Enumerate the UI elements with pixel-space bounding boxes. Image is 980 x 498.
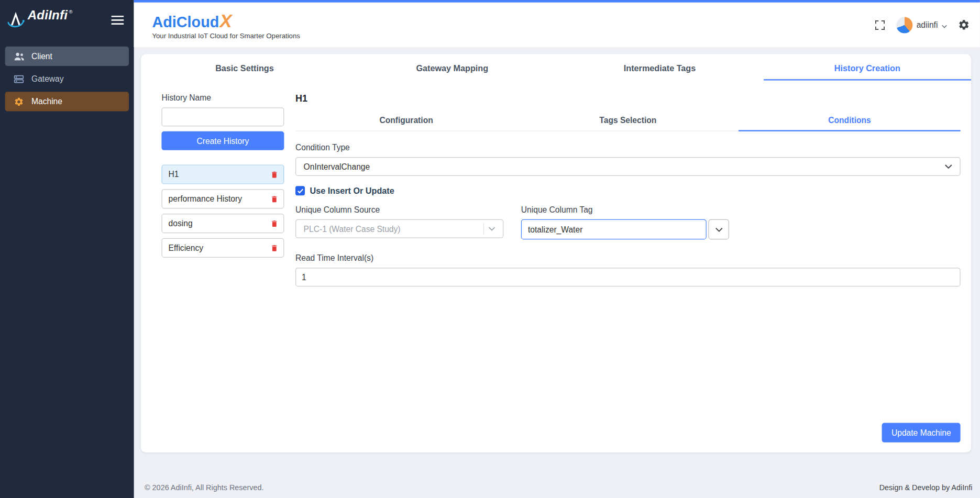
topbar-right: adiinfi bbox=[874, 17, 970, 33]
sidebar-item-client[interactable]: Client bbox=[5, 47, 129, 66]
subtab-conditions[interactable]: Conditions bbox=[739, 110, 960, 131]
adiinfi-logo-icon bbox=[5, 8, 27, 32]
condition-type-value: OnIntervalChange bbox=[304, 162, 370, 171]
delete-history-icon[interactable] bbox=[270, 194, 279, 203]
history-detail-title: H1 bbox=[295, 93, 961, 104]
user-menu[interactable]: adiinfi bbox=[896, 17, 947, 33]
history-name-label: History Name bbox=[161, 93, 284, 103]
card-actions: Update Machine bbox=[141, 423, 971, 452]
app-root: AdiInfi ® Client bbox=[0, 0, 980, 498]
delete-history-icon[interactable] bbox=[270, 170, 279, 179]
delete-history-icon[interactable] bbox=[270, 219, 279, 228]
use-insert-label: Use Insert Or Update bbox=[310, 186, 394, 195]
unique-column-tag-label: Unique Column Tag bbox=[521, 205, 729, 214]
unique-column-source-value: PLC-1 (Water Case Study) bbox=[304, 224, 401, 234]
history-item-name: dosing bbox=[169, 219, 193, 228]
users-icon bbox=[13, 52, 25, 61]
gateway-icon bbox=[13, 74, 25, 83]
sidebar-item-label: Client bbox=[31, 51, 52, 61]
update-machine-button[interactable]: Update Machine bbox=[882, 423, 961, 442]
condition-type-select[interactable]: OnIntervalChange bbox=[295, 157, 961, 176]
fullscreen-icon[interactable] bbox=[874, 19, 886, 31]
main-tabs: Basic Settings Gateway Mapping Intermedi… bbox=[141, 54, 971, 80]
hamburger-menu-icon[interactable] bbox=[111, 15, 124, 25]
history-item-name: H1 bbox=[169, 170, 179, 179]
adiinfi-logo: AdiInfi ® bbox=[5, 8, 73, 32]
settings-gear-icon[interactable] bbox=[958, 19, 970, 31]
page-footer: © 2026 AdiInfi, All Rights Reserved. Des… bbox=[134, 473, 980, 498]
use-insert-checkbox[interactable] bbox=[295, 186, 305, 195]
history-item-name: performance History bbox=[169, 194, 242, 204]
chevron-down-icon bbox=[488, 227, 495, 231]
machine-config-card: Basic Settings Gateway Mapping Intermedi… bbox=[141, 54, 971, 452]
brand-tagline: Your Industrial IoT Cloud for Smarter Op… bbox=[152, 32, 300, 39]
content-area: Basic Settings Gateway Mapping Intermedi… bbox=[134, 47, 980, 473]
history-item-efficiency[interactable]: Efficiency bbox=[161, 238, 284, 258]
tab-gateway-mapping[interactable]: Gateway Mapping bbox=[348, 56, 556, 81]
unique-column-tag-group: totalizer_Water bbox=[521, 219, 729, 239]
username: adiinfi bbox=[917, 20, 938, 29]
history-item-dosing[interactable]: dosing bbox=[161, 214, 284, 233]
detail-subtabs: Configuration Tags Selection Conditions bbox=[295, 110, 961, 131]
use-insert-or-update-row[interactable]: Use Insert Or Update bbox=[295, 186, 961, 195]
tab-history-creation[interactable]: History Creation bbox=[764, 56, 971, 81]
select-divider bbox=[483, 223, 484, 235]
read-interval-label: Read Time Interval(s) bbox=[295, 253, 961, 263]
history-item-performance[interactable]: performance History bbox=[161, 189, 284, 208]
sidebar-item-machine[interactable]: Machine bbox=[5, 92, 129, 111]
unique-column-source-select[interactable]: PLC-1 (Water Case Study) bbox=[295, 219, 503, 238]
sidebar-item-label: Machine bbox=[31, 97, 62, 106]
subtab-tags-selection[interactable]: Tags Selection bbox=[517, 110, 739, 131]
delete-history-icon[interactable] bbox=[270, 244, 279, 252]
unique-column-source-label: Unique Column Source bbox=[295, 205, 503, 214]
create-history-button[interactable]: Create History bbox=[161, 131, 284, 150]
unique-column-source-col: Unique Column Source PLC-1 (Water Case S… bbox=[295, 205, 503, 239]
main-area: AdiCloud X Your Industrial IoT Cloud for… bbox=[134, 0, 980, 498]
history-item-h1[interactable]: H1 bbox=[161, 164, 284, 184]
history-list-panel: History Name Create History H1 bbox=[161, 93, 284, 258]
sidebar-item-label: Gateway bbox=[31, 74, 64, 84]
unique-column-tag-value: totalizer_Water bbox=[528, 225, 582, 234]
history-list: H1 performance History bbox=[161, 164, 284, 258]
history-item-name: Efficiency bbox=[169, 243, 203, 252]
read-interval-input[interactable] bbox=[295, 268, 961, 286]
sidebar-nav: Client Gateway bbox=[0, 47, 134, 112]
machine-gear-icon bbox=[13, 96, 25, 106]
top-bar: AdiCloud X Your Industrial IoT Cloud for… bbox=[134, 3, 980, 47]
sidebar-header: AdiInfi ® bbox=[0, 0, 134, 40]
unique-column-tag-select[interactable]: totalizer_Water bbox=[521, 219, 707, 239]
tab-basic-settings[interactable]: Basic Settings bbox=[141, 56, 348, 81]
copyright-text: © 2026 AdiInfi, All Rights Reserved. bbox=[145, 483, 264, 492]
subtab-configuration[interactable]: Configuration bbox=[295, 110, 517, 131]
unique-column-tag-col: Unique Column Tag totalizer_Water bbox=[521, 205, 729, 239]
history-detail-panel: H1 Configuration Tags Selection Conditio… bbox=[295, 93, 961, 287]
sidebar: AdiInfi ® Client bbox=[0, 0, 134, 498]
unique-column-row: Unique Column Source PLC-1 (Water Case S… bbox=[295, 205, 961, 239]
sidebar-item-gateway[interactable]: Gateway bbox=[5, 69, 129, 88]
avatar[interactable] bbox=[896, 17, 912, 33]
unique-column-tag-dropdown-button[interactable] bbox=[708, 219, 729, 239]
history-name-input[interactable] bbox=[161, 107, 284, 126]
logo-registered-mark: ® bbox=[69, 9, 73, 15]
chevron-down-icon bbox=[942, 19, 948, 31]
brand-text: AdiCloud bbox=[152, 13, 219, 31]
chevron-down-icon bbox=[945, 164, 952, 169]
adicloudx-brand: AdiCloud X Your Industrial IoT Cloud for… bbox=[152, 10, 300, 39]
tab-intermediate-tags[interactable]: Intermediate Tags bbox=[556, 56, 763, 81]
condition-type-label: Condition Type bbox=[295, 142, 961, 152]
credit-text: Design & Develop by AdiInfi bbox=[879, 483, 973, 492]
history-creation-body: History Name Create History H1 bbox=[141, 81, 971, 423]
brand-x: X bbox=[220, 10, 232, 31]
logo-text: AdiInfi bbox=[28, 8, 68, 23]
